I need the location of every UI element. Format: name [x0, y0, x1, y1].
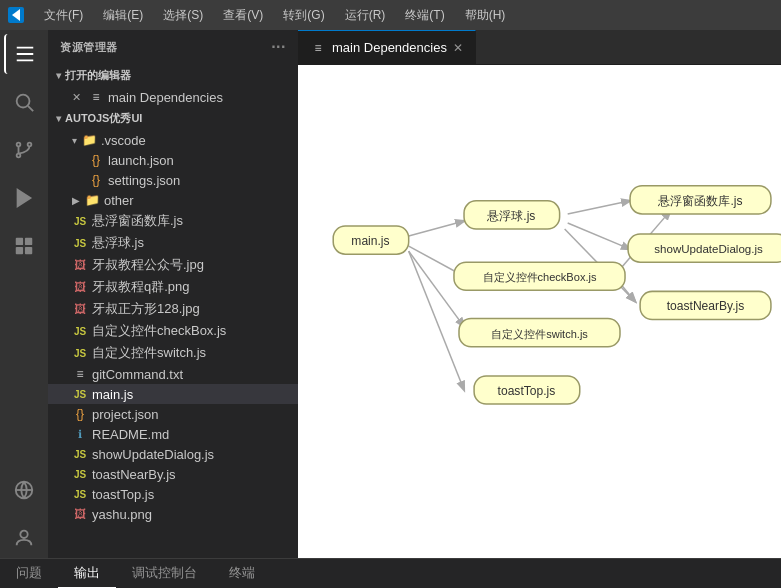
img-icon: 🖼: [72, 301, 88, 317]
file-readme[interactable]: ℹ README.md: [48, 424, 298, 444]
js-icon: JS: [72, 323, 88, 339]
file-name: toastNearBy.js: [92, 467, 176, 482]
node-checkbox-label: 自定义控件checkBox.js: [483, 271, 597, 283]
img-icon: 🖼: [72, 257, 88, 273]
open-editor-item-main-dependencies[interactable]: ✕ ≡ main Dependencies: [48, 87, 298, 107]
svg-point-13: [20, 531, 27, 538]
js-icon: JS: [72, 345, 88, 361]
svg-rect-8: [25, 238, 32, 245]
graph-svg: main.js 悬浮球.js 自定义控件checkBox.js 自定义控件swi…: [298, 65, 781, 558]
js-icon: JS: [72, 213, 88, 229]
file-gitcommand[interactable]: ≡ gitCommand.txt: [48, 364, 298, 384]
file-launch-json[interactable]: {} launch.json: [48, 150, 298, 170]
file-switch[interactable]: JS 自定义控件switch.js: [48, 342, 298, 364]
file-name: README.md: [92, 427, 169, 442]
tab-label: main Dependencies: [332, 40, 447, 55]
account-activity-icon[interactable]: [4, 518, 44, 558]
folder-other[interactable]: ▶ 📁 other: [48, 190, 298, 210]
file-toastnearby[interactable]: JS toastNearBy.js: [48, 464, 298, 484]
project-arrow: ▾: [56, 113, 61, 124]
file-main-js[interactable]: JS main.js: [48, 384, 298, 404]
close-icon[interactable]: ✕: [68, 89, 84, 105]
node-switch-label: 自定义控件switch.js: [491, 328, 588, 340]
txt-icon: ≡: [72, 366, 88, 382]
svg-rect-9: [16, 247, 23, 254]
svg-marker-6: [18, 190, 31, 207]
svg-point-0: [17, 95, 30, 108]
bottom-panel: 问题 输出 调试控制台 终端: [0, 558, 781, 588]
file-settings-json[interactable]: {} settings.json: [48, 170, 298, 190]
svg-rect-7: [16, 238, 23, 245]
run-activity-icon[interactable]: [4, 178, 44, 218]
search-activity-icon[interactable]: [4, 82, 44, 122]
file-xuanfuqiu[interactable]: JS 悬浮球.js: [48, 232, 298, 254]
source-control-activity-icon[interactable]: [4, 130, 44, 170]
tab-file-icon: ≡: [310, 40, 326, 56]
md-icon: ℹ: [72, 426, 88, 442]
file-name: 牙叔教程q群.png: [92, 278, 190, 296]
file-jc-jpg[interactable]: 🖼 牙叔教程公众号.jpg: [48, 254, 298, 276]
expand-arrow: ▾: [72, 135, 77, 146]
project-section[interactable]: ▾ AUTOJS优秀UI: [48, 107, 298, 130]
folder-icon: 📁: [84, 192, 100, 208]
tab-close-button[interactable]: ✕: [453, 41, 463, 55]
file-name: 牙叔正方形128.jpg: [92, 300, 200, 318]
file-name: settings.json: [108, 173, 180, 188]
js-icon: JS: [72, 486, 88, 502]
extensions-activity-icon[interactable]: [4, 226, 44, 266]
sidebar-options-button[interactable]: ···: [271, 38, 286, 56]
tab-bar: ≡ main Dependencies ✕: [298, 30, 781, 65]
activity-bar: [0, 30, 48, 558]
file-checkbox[interactable]: JS 自定义控件checkBox.js: [48, 320, 298, 342]
json-icon: {}: [72, 406, 88, 422]
file-xuanfudb[interactable]: JS 悬浮窗函数库.js: [48, 210, 298, 232]
file-jc-png[interactable]: 🖼 牙叔教程q群.png: [48, 276, 298, 298]
tab-terminal[interactable]: 终端: [213, 559, 271, 588]
edge-qiu-showupdate: [568, 223, 630, 249]
open-editor-label: main Dependencies: [108, 90, 223, 105]
folder-vscode[interactable]: ▾ 📁 .vscode: [48, 130, 298, 150]
svg-rect-10: [25, 247, 32, 254]
tab-problems[interactable]: 问题: [0, 559, 58, 588]
menu-bar: 文件(F) 编辑(E) 选择(S) 查看(V) 转到(G) 运行(R) 终端(T…: [40, 5, 509, 26]
menu-help[interactable]: 帮助(H): [461, 5, 510, 26]
file-project-json[interactable]: {} project.json: [48, 404, 298, 424]
svg-line-1: [28, 106, 33, 111]
edge-qiu-db: [568, 201, 630, 214]
file-name: 悬浮窗函数库.js: [92, 212, 183, 230]
remote-activity-icon[interactable]: [4, 470, 44, 510]
file-showupdate[interactable]: JS showUpdateDialog.js: [48, 444, 298, 464]
tab-output[interactable]: 输出: [58, 559, 116, 588]
menu-goto[interactable]: 转到(G): [279, 5, 328, 26]
expand-arrow: ▶: [72, 195, 80, 206]
js-icon: JS: [72, 446, 88, 462]
open-editors-section[interactable]: ▾ 打开的编辑器: [48, 64, 298, 87]
file-icon-dep: ≡: [88, 89, 104, 105]
js-icon: JS: [72, 386, 88, 402]
open-editors-label: 打开的编辑器: [65, 68, 131, 83]
file-jc-128[interactable]: 🖼 牙叔正方形128.jpg: [48, 298, 298, 320]
tab-debug-console[interactable]: 调试控制台: [116, 559, 213, 588]
menu-run[interactable]: 运行(R): [341, 5, 390, 26]
menu-select[interactable]: 选择(S): [159, 5, 207, 26]
file-toasttop[interactable]: JS toastTop.js: [48, 484, 298, 504]
menu-file[interactable]: 文件(F): [40, 5, 87, 26]
project-label: AUTOJS优秀UI: [65, 111, 142, 126]
edge-main-switch: [409, 251, 464, 326]
file-yashu[interactable]: 🖼 yashu.png: [48, 504, 298, 524]
menu-view[interactable]: 查看(V): [219, 5, 267, 26]
title-bar: 文件(F) 编辑(E) 选择(S) 查看(V) 转到(G) 运行(R) 终端(T…: [0, 0, 781, 30]
js-icon: JS: [72, 235, 88, 251]
folder-name: other: [104, 193, 134, 208]
node-xuanfuqiu-label: 悬浮球.js: [486, 209, 535, 223]
img-icon: 🖼: [72, 506, 88, 522]
menu-edit[interactable]: 编辑(E): [99, 5, 147, 26]
node-showupdate-label: showUpdateDialog.js: [654, 243, 763, 255]
menu-terminal[interactable]: 终端(T): [401, 5, 448, 26]
json-icon: {}: [88, 152, 104, 168]
file-name: yashu.png: [92, 507, 152, 522]
explorer-activity-icon[interactable]: [4, 34, 44, 74]
file-name: 自定义控件switch.js: [92, 344, 206, 362]
tab-main-dependencies[interactable]: ≡ main Dependencies ✕: [298, 30, 476, 64]
js-icon: JS: [72, 466, 88, 482]
